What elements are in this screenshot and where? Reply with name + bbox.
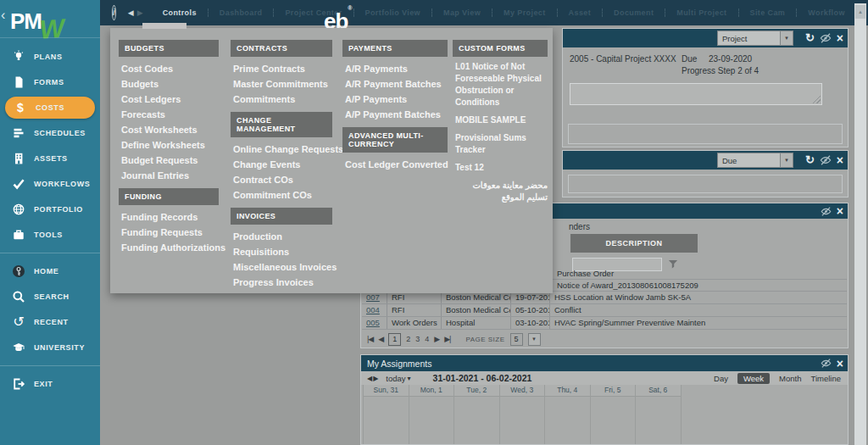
calendar-day-column[interactable]: Fri, 5 bbox=[591, 385, 637, 444]
menu-item[interactable]: MOBILE SAMPLE bbox=[453, 114, 548, 126]
eye-slash-icon[interactable] bbox=[821, 206, 832, 217]
table-row[interactable]: 005 Work Orders Hospital 03-10-2019 HVAC… bbox=[362, 317, 847, 330]
close-icon[interactable]: × bbox=[837, 206, 843, 216]
menu-item[interactable]: A/R Payments bbox=[342, 61, 448, 76]
calendar-day-column[interactable]: Tue, 2 bbox=[454, 385, 500, 444]
refresh-icon[interactable]: ↻ bbox=[805, 155, 815, 165]
sidebar-item-workflows[interactable]: WORKFLOWS bbox=[0, 171, 100, 197]
due-selector[interactable]: Due ▼ bbox=[717, 153, 793, 168]
pager-next-icon[interactable]: ▶ bbox=[434, 335, 439, 343]
eye-slash-icon[interactable] bbox=[821, 358, 832, 369]
eye-slash-icon[interactable] bbox=[820, 32, 832, 44]
topbar-tab[interactable]: Portfolio View bbox=[353, 8, 431, 17]
view-button[interactable]: Month bbox=[779, 374, 801, 383]
menu-item[interactable]: Commitment COs bbox=[231, 187, 332, 203]
menu-item[interactable]: Journal Entries bbox=[119, 168, 219, 183]
sidebar-item-home[interactable]: HOME bbox=[0, 259, 100, 284]
menu-item[interactable]: Prime Contracts bbox=[231, 61, 332, 76]
calendar-day-column[interactable]: Sun, 31 bbox=[364, 385, 409, 444]
sidebar-item-search[interactable]: SEARCH bbox=[0, 284, 100, 309]
pager-last-icon[interactable]: ▶| bbox=[444, 335, 450, 343]
notes-textarea[interactable] bbox=[570, 83, 822, 105]
calendar-day-column[interactable]: Mon, 1 bbox=[409, 385, 455, 444]
sidebar-item-exit[interactable]: EXIT bbox=[0, 371, 100, 397]
today-button[interactable]: today bbox=[386, 374, 405, 383]
topbar-tab[interactable]: Workflow bbox=[796, 8, 856, 17]
page-size-value[interactable]: 5 bbox=[510, 333, 523, 346]
menu-item[interactable]: Funding Requests bbox=[119, 225, 219, 240]
menu-item[interactable]: Contract COs bbox=[231, 172, 332, 187]
caret-down-icon[interactable]: ▾ bbox=[408, 375, 411, 382]
table-row[interactable]: 004 RFI Boston Medical Ce 05-10-2018 Con… bbox=[362, 304, 847, 317]
menu-item[interactable]: Cost Ledger Converted bbox=[342, 157, 448, 172]
sidebar-item-plans[interactable]: PLANS bbox=[0, 44, 100, 70]
sidebar-item-costs[interactable]: $ COSTS bbox=[5, 97, 95, 119]
list-item[interactable]: Notice of Award_201308061008175209 bbox=[549, 280, 847, 292]
menu-item[interactable]: Master Commitments bbox=[231, 76, 332, 92]
close-icon[interactable]: × bbox=[837, 155, 843, 165]
view-button[interactable]: Week bbox=[737, 373, 770, 384]
menu-item[interactable]: Funding Records bbox=[119, 209, 219, 225]
menu-item[interactable]: Online Change Requests bbox=[231, 142, 332, 157]
refresh-icon[interactable]: ↻ bbox=[805, 33, 815, 43]
vertical-scrollbar[interactable]: ▲ bbox=[854, 3, 866, 445]
calendar-day-column[interactable]: Thu, 4 bbox=[545, 385, 591, 444]
menu-item[interactable]: Funding Authorizations bbox=[119, 240, 219, 255]
sidebar-item-assets[interactable]: ASSETS bbox=[0, 146, 100, 171]
menu-item[interactable]: Budgets bbox=[119, 76, 219, 92]
menu-item[interactable]: A/P Payments bbox=[342, 92, 448, 107]
topbar-tab[interactable]: Multi Project bbox=[665, 8, 737, 17]
close-icon[interactable]: × bbox=[837, 359, 843, 369]
topbar-tab[interactable]: Asset bbox=[557, 8, 603, 17]
menu-item[interactable]: Cost Codes bbox=[119, 61, 219, 76]
resize-handle-icon[interactable] bbox=[813, 96, 821, 103]
pager-page[interactable]: 3 bbox=[415, 335, 420, 343]
dropdown-icon[interactable]: ▼ bbox=[780, 153, 793, 167]
sidebar-item-recent[interactable]: ↺ RECENT bbox=[0, 309, 100, 335]
menu-item[interactable]: A/P Payment Batches bbox=[342, 107, 448, 122]
sidebar-item-university[interactable]: UNIVERSITY bbox=[0, 335, 100, 360]
calendar-day-column[interactable]: Sat, 6 bbox=[636, 385, 682, 444]
topbar-tab[interactable]: My Project bbox=[492, 8, 557, 17]
topbar-tab[interactable]: Site Cam bbox=[738, 8, 797, 17]
menu-item[interactable]: Production bbox=[231, 229, 332, 244]
menu-item[interactable]: Cost Worksheets bbox=[119, 122, 219, 137]
sidebar-item-tools[interactable]: TOOLS bbox=[0, 222, 100, 248]
menu-item[interactable]: Progress Invoices bbox=[231, 275, 332, 290]
topbar-tab[interactable]: Document bbox=[602, 8, 665, 17]
menu-item[interactable]: Forecasts bbox=[119, 107, 219, 122]
sidebar-item-schedules[interactable]: SCHEDULES bbox=[0, 120, 100, 146]
menu-item[interactable]: Define Worksheets bbox=[119, 137, 219, 153]
topbar-tab[interactable]: Map View bbox=[431, 8, 492, 17]
pager-page[interactable]: 2 bbox=[406, 335, 410, 343]
menu-item[interactable]: Test 12 bbox=[453, 162, 548, 174]
scroll-up-icon[interactable]: ▲ bbox=[855, 5, 865, 19]
dropdown-icon[interactable]: ▼ bbox=[780, 31, 793, 45]
table-row[interactable]: 007 RFI Boston Medical Ce 19-07-2017 HSS… bbox=[362, 292, 847, 304]
sidebar-collapse-icon[interactable]: ‹ bbox=[1, 8, 5, 22]
menu-item[interactable]: Change Events bbox=[231, 157, 332, 172]
menu-item[interactable]: Provisional Sums Tracker bbox=[453, 132, 548, 156]
menu-item[interactable]: A/R Payment Batches bbox=[342, 76, 448, 92]
calendar-day-column[interactable]: Wed, 3 bbox=[500, 385, 546, 444]
close-icon[interactable]: × bbox=[837, 33, 843, 43]
menu-item[interactable]: Miscellaneous Invoices bbox=[231, 259, 332, 275]
menu-item[interactable]: Cost Ledgers bbox=[119, 92, 219, 107]
calendar-prev-next-icons[interactable]: ◀▶ bbox=[367, 375, 379, 382]
menu-item[interactable]: Commitments bbox=[231, 92, 332, 107]
sidebar-item-portfolio[interactable]: PORTFOLIO bbox=[0, 197, 100, 222]
pager-current-page[interactable]: 1 bbox=[388, 333, 401, 346]
page-size-dropdown-icon[interactable]: ▼ bbox=[528, 333, 541, 346]
view-button[interactable]: Timeline bbox=[810, 374, 841, 383]
eye-slash-icon[interactable] bbox=[820, 154, 832, 166]
description-column-header[interactable]: DESCRIPTION bbox=[570, 234, 698, 253]
menu-item[interactable]: Budget Requests bbox=[119, 153, 219, 168]
pager-prev-icon[interactable]: ◀ bbox=[378, 335, 383, 343]
pager-page[interactable]: 4 bbox=[425, 335, 429, 343]
view-button[interactable]: Day bbox=[714, 374, 728, 383]
project-selector[interactable]: Project ▼ bbox=[717, 31, 793, 46]
pager-first-icon[interactable]: |◀ bbox=[367, 335, 373, 343]
list-item[interactable]: Purchase Order bbox=[549, 268, 847, 280]
menu-item[interactable]: Requisitions bbox=[231, 244, 332, 259]
sidebar-item-forms[interactable]: FORMS bbox=[0, 70, 100, 95]
